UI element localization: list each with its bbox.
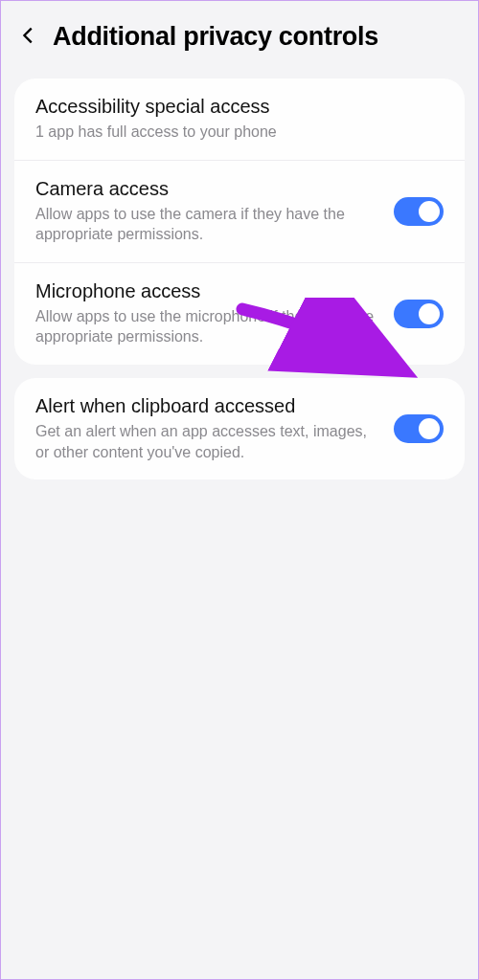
setting-title: Alert when clipboard accessed [35, 395, 384, 417]
setting-camera-access[interactable]: Camera access Allow apps to use the came… [14, 161, 465, 263]
microphone-access-toggle[interactable] [394, 300, 444, 328]
setting-description: Allow apps to use the microphone if they… [35, 306, 384, 347]
alert-clipboard-toggle[interactable] [394, 414, 444, 443]
settings-group-1: Alert when clipboard accessed Get an ale… [14, 378, 465, 479]
setting-microphone-access[interactable]: Microphone access Allow apps to use the … [14, 263, 465, 365]
setting-text: Camera access Allow apps to use the came… [35, 178, 394, 245]
setting-description: Allow apps to use the camera if they hav… [35, 204, 384, 245]
back-chevron-icon[interactable] [18, 25, 39, 50]
camera-access-toggle[interactable] [394, 197, 444, 226]
page-title: Additional privacy controls [53, 22, 378, 52]
setting-title: Microphone access [35, 280, 384, 302]
setting-accessibility-special-access[interactable]: Accessibility special access 1 app has f… [14, 78, 465, 161]
setting-alert-clipboard-accessed[interactable]: Alert when clipboard accessed Get an ale… [14, 378, 465, 479]
setting-title: Camera access [35, 178, 384, 200]
setting-description: Get an alert when an app accesses text, … [35, 421, 384, 462]
setting-text: Accessibility special access 1 app has f… [35, 96, 444, 143]
settings-group-0: Accessibility special access 1 app has f… [14, 78, 465, 365]
setting-text: Microphone access Allow apps to use the … [35, 280, 394, 347]
setting-text: Alert when clipboard accessed Get an ale… [35, 395, 394, 462]
page-header: Additional privacy controls [1, 1, 478, 69]
setting-title: Accessibility special access [35, 96, 434, 118]
setting-description: 1 app has full access to your phone [35, 122, 434, 143]
